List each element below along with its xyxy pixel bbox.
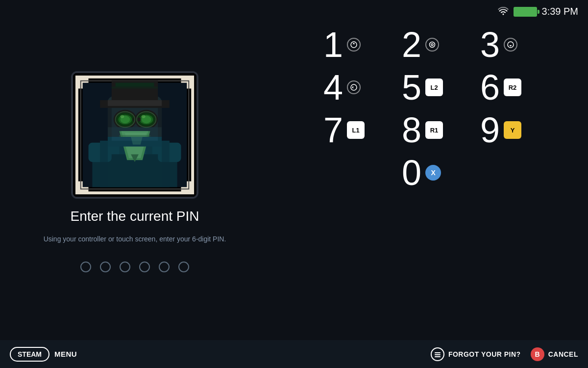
svg-rect-17: [147, 141, 152, 187]
key-9-badge: Y: [504, 121, 521, 139]
svg-point-30: [120, 115, 124, 118]
key-3-badge: [504, 38, 517, 52]
wifi-icon: [498, 6, 509, 17]
svg-rect-60: [435, 356, 441, 357]
svg-rect-48: [158, 108, 162, 127]
svg-point-50: [351, 42, 357, 48]
pin-dot-5: [159, 262, 170, 272]
svg-point-52: [430, 42, 435, 48]
steam-label: STEAM: [18, 350, 42, 358]
key-7-badge: L1: [347, 121, 365, 139]
key-6[interactable]: 6 R2: [480, 70, 559, 105]
pin-dots-container: [80, 262, 189, 272]
svg-marker-55: [510, 45, 512, 47]
key-6-badge: R2: [504, 79, 521, 96]
numpad: 1 2 3 4 5 L2 6 R2 7 L1 8 R1: [323, 27, 559, 190]
pin-dot-1: [80, 262, 91, 272]
svg-marker-57: [352, 86, 353, 89]
svg-marker-49: [131, 137, 143, 145]
clock: 3:39 PM: [542, 6, 578, 17]
svg-rect-25: [112, 87, 158, 89]
svg-rect-24: [116, 83, 154, 87]
user-avatar: [71, 71, 198, 199]
cancel-label: CANCEL: [548, 350, 578, 358]
cancel-button[interactable]: B CANCEL: [531, 347, 578, 361]
pin-subtitle: Using your controller or touch screen, e…: [44, 234, 226, 244]
key-5-badge: L2: [425, 79, 443, 96]
key-1-badge: [347, 38, 361, 52]
key-4-badge: [347, 80, 361, 94]
avatar-artwork: [73, 71, 196, 199]
forgot-pin-text: FORGOT YOUR PIN?: [448, 350, 521, 358]
svg-point-35: [142, 115, 146, 118]
left-panel: Enter the current PIN Using your control…: [0, 0, 270, 343]
svg-rect-18: [162, 141, 170, 187]
key-8[interactable]: 8 R1: [402, 112, 480, 148]
b-button-icon: B: [531, 347, 544, 361]
key-3[interactable]: 3: [480, 27, 559, 62]
menu-label: MENU: [54, 350, 77, 358]
svg-point-54: [508, 42, 514, 48]
pin-dot-2: [100, 262, 111, 272]
svg-rect-15: [100, 141, 108, 187]
key-0[interactable]: 0 X: [402, 155, 480, 190]
pin-dot-6: [178, 262, 189, 272]
svg-rect-59: [435, 354, 441, 355]
key-1[interactable]: 1: [323, 27, 402, 62]
key-7[interactable]: 7 L1: [323, 112, 402, 148]
forgot-pin-icon: [431, 347, 444, 361]
svg-rect-1: [531, 10, 533, 14]
forgot-pin-button[interactable]: FORGOT YOUR PIN?: [431, 347, 521, 361]
key-4[interactable]: 4: [323, 70, 402, 105]
pin-dot-4: [139, 262, 150, 272]
svg-rect-47: [108, 108, 112, 127]
bottom-bar: STEAM MENU FORGOT YOUR PIN? B CANCEL: [0, 340, 588, 368]
key-8-badge: R1: [425, 121, 443, 139]
key-5[interactable]: 5 L2: [402, 70, 480, 105]
key-2-badge: [425, 38, 439, 52]
key-2[interactable]: 2: [402, 27, 480, 62]
svg-marker-51: [353, 43, 355, 44]
key-0-badge: X: [425, 165, 441, 181]
svg-point-56: [351, 84, 357, 90]
svg-point-53: [431, 44, 433, 46]
svg-rect-42: [120, 135, 150, 137]
battery-icon: [514, 7, 537, 17]
steam-menu[interactable]: STEAM MENU: [10, 347, 77, 362]
status-bar: 3:39 PM: [488, 0, 588, 23]
pin-dot-3: [120, 262, 130, 272]
svg-rect-58: [435, 352, 441, 353]
svg-rect-23: [108, 100, 162, 106]
pin-title: Enter the current PIN: [70, 209, 199, 224]
steam-button[interactable]: STEAM: [10, 347, 49, 362]
key-9[interactable]: 9 Y: [480, 112, 559, 148]
bottom-right-actions: FORGOT YOUR PIN? B CANCEL: [431, 347, 578, 361]
svg-rect-0: [517, 8, 531, 15]
